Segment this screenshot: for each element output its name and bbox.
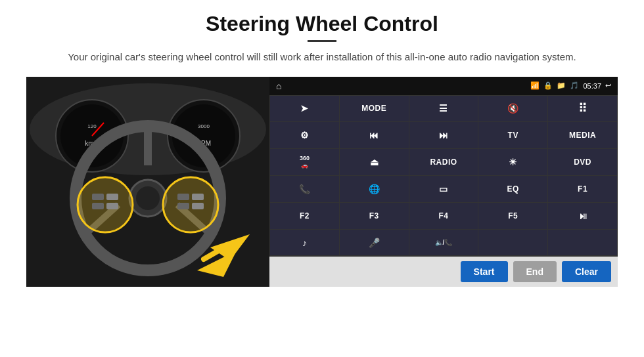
btn-eject[interactable]: ⏏ bbox=[340, 149, 409, 175]
btn-music[interactable]: ♪ bbox=[270, 230, 339, 256]
content-row: 120 km/h 3000 RPM bbox=[26, 77, 618, 287]
btn-360[interactable]: 360🚗 bbox=[270, 149, 339, 175]
button-grid: ➤ MODE ☰ 🔇 ⠿ ⚙ ⏮ ⏭ TV MEDIA 360🚗 ⏏ RADIO… bbox=[269, 95, 618, 257]
btn-phone[interactable]: 📞 bbox=[270, 176, 339, 202]
btn-empty2 bbox=[548, 230, 617, 256]
lock-icon: 🔒 bbox=[543, 81, 553, 90]
btn-f4[interactable]: F4 bbox=[409, 203, 478, 229]
svg-point-22 bbox=[163, 177, 218, 232]
wifi-icon: 📶 bbox=[530, 81, 540, 90]
btn-tv[interactable]: TV bbox=[478, 122, 547, 148]
svg-rect-23 bbox=[177, 194, 189, 200]
btn-vol-phone[interactable]: 🔈/📞 bbox=[409, 230, 478, 256]
btn-next[interactable]: ⏭ bbox=[409, 122, 478, 148]
svg-text:3000: 3000 bbox=[198, 123, 210, 129]
btn-empty1 bbox=[478, 230, 547, 256]
subtitle: Your original car's steering wheel contr… bbox=[68, 50, 576, 65]
btn-mute[interactable]: 🔇 bbox=[478, 96, 547, 122]
btn-apps[interactable]: ⠿ bbox=[548, 96, 617, 122]
page-wrapper: Steering Wheel Control Your original car… bbox=[0, 0, 644, 357]
btn-f2[interactable]: F2 bbox=[270, 203, 339, 229]
clock: 05:37 bbox=[583, 82, 601, 90]
page-title: Steering Wheel Control bbox=[206, 12, 438, 36]
bt-icon: 🎵 bbox=[570, 81, 579, 90]
btn-mode[interactable]: MODE bbox=[340, 96, 409, 122]
svg-point-16 bbox=[136, 186, 160, 210]
home-icon[interactable]: ⌂ bbox=[276, 81, 281, 91]
title-divider bbox=[308, 40, 336, 42]
svg-rect-26 bbox=[192, 203, 204, 209]
svg-point-17 bbox=[78, 177, 133, 232]
action-bar: Start End Clear bbox=[269, 257, 618, 287]
btn-prev[interactable]: ⏮ bbox=[340, 122, 409, 148]
btn-eq[interactable]: EQ bbox=[478, 176, 547, 202]
nav-icon: ➤ bbox=[300, 103, 308, 114]
status-bar: ⌂ 📶 🔒 📁 🎵 05:37 ↩ bbox=[269, 77, 618, 95]
btn-f5[interactable]: F5 bbox=[478, 203, 547, 229]
btn-brightness[interactable]: ☀ bbox=[478, 149, 547, 175]
btn-screen[interactable]: ▭ bbox=[409, 176, 478, 202]
android-panel: ⌂ 📶 🔒 📁 🎵 05:37 ↩ ➤ MODE ☰ 🔇 ⠿ bbox=[269, 77, 618, 287]
clear-button[interactable]: Clear bbox=[562, 261, 611, 282]
svg-rect-20 bbox=[106, 194, 118, 200]
svg-rect-18 bbox=[92, 194, 104, 200]
btn-browser[interactable]: 🌐 bbox=[340, 176, 409, 202]
btn-dvd[interactable]: DVD bbox=[548, 149, 617, 175]
btn-navigation[interactable]: ➤ bbox=[270, 96, 339, 122]
start-button[interactable]: Start bbox=[461, 261, 508, 282]
sd-icon: 📁 bbox=[557, 81, 566, 90]
btn-media[interactable]: MEDIA bbox=[548, 122, 617, 148]
end-button[interactable]: End bbox=[513, 261, 557, 282]
btn-f3[interactable]: F3 bbox=[340, 203, 409, 229]
svg-text:120: 120 bbox=[87, 123, 97, 129]
status-icons: 📶 🔒 📁 🎵 05:37 ↩ bbox=[530, 81, 611, 90]
btn-mic[interactable]: 🎤 bbox=[340, 230, 409, 256]
svg-rect-24 bbox=[177, 203, 189, 209]
btn-settings[interactable]: ⚙ bbox=[270, 122, 339, 148]
btn-list[interactable]: ☰ bbox=[409, 96, 478, 122]
btn-f1[interactable]: F1 bbox=[548, 176, 617, 202]
svg-rect-21 bbox=[106, 203, 118, 209]
btn-radio[interactable]: RADIO bbox=[409, 149, 478, 175]
btn-playpause[interactable]: ⏯ bbox=[548, 203, 617, 229]
svg-rect-19 bbox=[92, 203, 104, 209]
svg-rect-25 bbox=[192, 194, 204, 200]
back-icon[interactable]: ↩ bbox=[605, 81, 611, 90]
car-image: 120 km/h 3000 RPM bbox=[26, 77, 269, 287]
